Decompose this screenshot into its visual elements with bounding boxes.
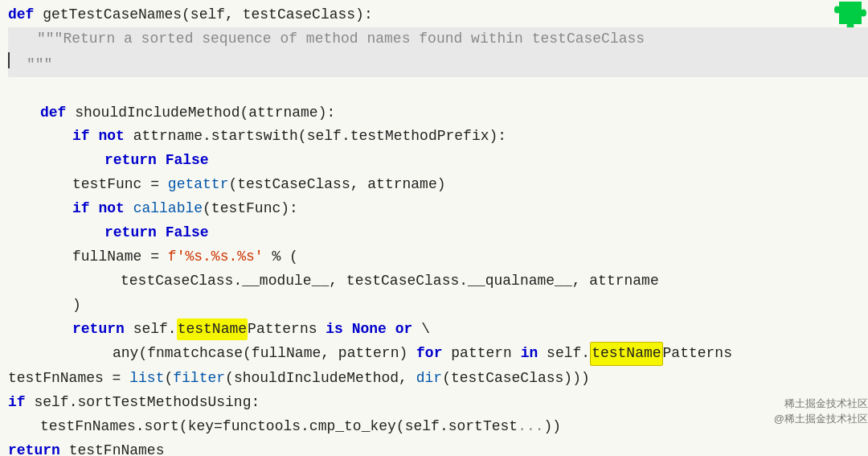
code-15c: (shouldIncludeMethod, <box>225 368 416 390</box>
code-container: def getTestCaseNames(self, testCaseClass… <box>0 0 868 456</box>
backslash-13: \ <box>421 318 430 341</box>
docstring-2: """Return a sorted sequence of method na… <box>37 28 645 51</box>
code-line-18: return testFnNames <box>8 439 868 456</box>
indent-8 <box>8 198 72 220</box>
builtin-list: list <box>129 368 164 390</box>
indent-4 <box>8 102 40 125</box>
code-line-10: fullName = f'%s.%s.%s' % ( <box>8 245 868 269</box>
code-10b: % ( <box>264 246 298 269</box>
highlight-testname-14: testName <box>590 342 662 366</box>
code-12: ) <box>72 294 81 317</box>
docstring-3: """ <box>27 54 52 76</box>
code-line-11: testCaseClass.__module__, testCaseClass.… <box>8 269 868 294</box>
code-block: def getTestCaseNames(self, testCaseClass… <box>0 0 868 456</box>
fn-name-1: getTestCaseNames <box>43 4 182 27</box>
builtin-callable: callable <box>133 198 203 220</box>
text-cursor <box>8 52 10 68</box>
keyword-is-13: is <box>326 318 351 341</box>
code-line-15: testFnNames = list(filter(shouldIncludeM… <box>8 367 868 391</box>
paren-1: ( <box>182 4 190 27</box>
watermark-overlay: 稀土掘金技术社区@稀土掘金技术社区 <box>761 382 868 441</box>
code-7: testFunc = <box>72 174 168 196</box>
code-line-2: """Return a sorted sequence of method na… <box>8 27 868 51</box>
dot-13: . <box>168 318 177 341</box>
keyword-return-9: return <box>104 222 166 244</box>
self-13: self <box>133 318 168 341</box>
builtin-filter: filter <box>173 368 225 390</box>
keyword-or-13: or <box>395 318 421 341</box>
code-line-14: any(fnmatchcase(fullName, pattern) for p… <box>8 341 868 367</box>
fn-name-4: shouldIncludeMethod <box>75 102 240 125</box>
code-line-blank <box>8 77 868 101</box>
code-15: testFnNames = <box>8 368 129 390</box>
code-line-12: ) <box>8 294 868 318</box>
keyword-return-13: return <box>72 318 133 341</box>
code-line-4: def shouldIncludeMethod(attrname): <box>8 101 868 125</box>
code-17: testFnNames.sort(key=functools.cmp_to_ke… <box>40 416 405 438</box>
false-9: False <box>166 222 209 244</box>
params-4: (attrname): <box>240 102 335 125</box>
code-16b: .sortTestMethodsUsing: <box>69 392 260 414</box>
self-16: self <box>34 392 68 414</box>
code-15d: (testCaseClass))) <box>442 368 590 390</box>
dot-14: . <box>581 343 590 365</box>
indent-2 <box>8 28 37 51</box>
code-5b: .testMethodPrefix): <box>342 125 506 148</box>
indent-3 <box>10 54 27 76</box>
self-14: self <box>547 343 581 365</box>
code-8b: (testFunc): <box>203 198 298 220</box>
keyword-for-14: for <box>416 343 451 365</box>
code-10: fullName = <box>72 246 168 269</box>
code-13b: Patterns <box>248 318 326 341</box>
code-line-1: def getTestCaseNames(self, testCaseClass… <box>8 3 868 27</box>
keyword-def-1: def <box>8 4 43 27</box>
indent-7 <box>8 174 72 196</box>
code-18: testFnNames <box>69 440 165 456</box>
code-line-8: if not callable(testFunc): <box>8 197 868 221</box>
indent-6 <box>8 150 104 172</box>
builtin-dir: dir <box>416 368 442 390</box>
self-5: self <box>307 125 342 148</box>
false-6: False <box>166 150 209 172</box>
indent-17 <box>8 416 40 438</box>
indent-5 <box>8 125 72 148</box>
fstring-10: f'%s.%s.%s' <box>168 246 264 269</box>
highlight-testname-13: testName <box>177 318 248 341</box>
code-14c: Patterns <box>663 343 732 365</box>
code-line-7: testFunc = getattr(testCaseClass, attrna… <box>8 173 868 197</box>
code-15b: ( <box>164 368 173 390</box>
code-line-17: testFnNames.sort(key=functools.cmp_to_ke… <box>8 415 868 439</box>
code-13c <box>387 318 395 341</box>
self-1: self <box>190 4 225 27</box>
none-13: None <box>352 318 387 341</box>
indent-13 <box>8 318 72 341</box>
indent-11 <box>8 270 121 293</box>
keyword-return-6: return <box>104 150 166 172</box>
keyword-if-16: if <box>8 392 34 414</box>
builtin-getattr: getattr <box>168 174 229 196</box>
keyword-return-18: return <box>8 440 69 456</box>
code-line-13: return self.testNamePatterns is None or … <box>8 318 868 342</box>
code-17d: )) <box>544 416 562 438</box>
keyword-in-14: in <box>521 343 547 365</box>
keyword-if-8: if not <box>72 198 133 220</box>
code-17b: .sortTest <box>440 416 518 438</box>
code-line-16: if self.sortTestMethodsUsing: <box>8 391 868 415</box>
code-14b: pattern <box>451 343 520 365</box>
code-5: attrname.startswith( <box>133 125 307 148</box>
keyword-def-4: def <box>40 102 75 125</box>
code-7b: (testCaseClass, attrname) <box>228 174 445 196</box>
code-line-3: """ <box>8 51 868 77</box>
code-14: any(fnmatchcase(fullName, pattern) <box>113 343 416 365</box>
code-17c: ... <box>518 416 543 438</box>
code-line-6: return False <box>8 149 868 173</box>
indent-12 <box>8 294 72 317</box>
indent-14 <box>8 343 113 365</box>
code-11: testCaseClass.__module__, testCaseClass.… <box>121 270 659 293</box>
indent-10 <box>8 246 72 269</box>
comma-1: , testCaseClass): <box>225 4 373 27</box>
self-17: self <box>405 416 440 438</box>
code-line-9: return False <box>8 221 868 245</box>
indent-9 <box>8 222 104 244</box>
code-line-5: if not attrname.startswith(self.testMeth… <box>8 125 868 149</box>
